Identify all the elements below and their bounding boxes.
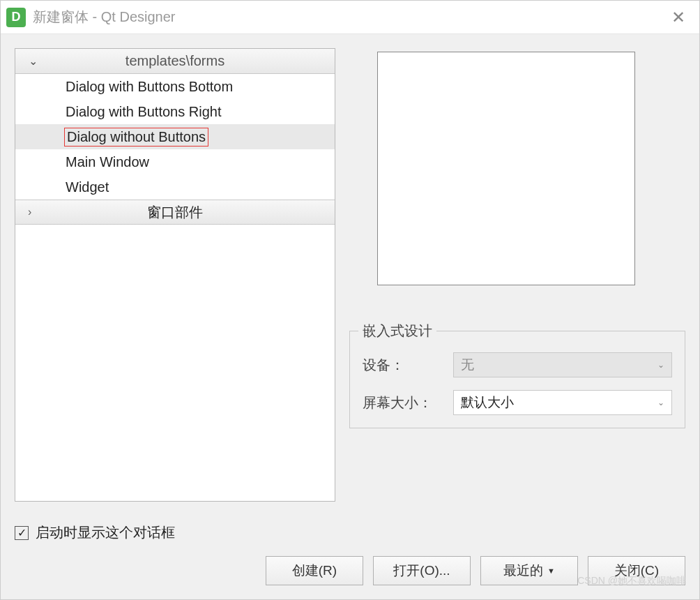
checkbox-icon: ✓ bbox=[15, 526, 29, 540]
dropdown-arrow-icon: ▼ bbox=[547, 567, 555, 575]
window-title: 新建窗体 - Qt Designer bbox=[33, 8, 663, 27]
form-preview bbox=[377, 52, 635, 285]
screen-size-label: 屏幕大小： bbox=[363, 393, 446, 412]
create-button[interactable]: 创建(R) bbox=[266, 556, 363, 585]
tree-item[interactable]: Dialog without Buttons bbox=[15, 124, 335, 149]
tree-header-templates[interactable]: ⌄ templates\forms bbox=[15, 49, 335, 74]
device-label: 设备： bbox=[363, 356, 446, 375]
right-panel: 嵌入式设计 设备： 无 ⌄ 屏幕大小： 默认大小 ⌄ bbox=[349, 48, 685, 509]
tree-item[interactable]: Dialog with Buttons Bottom bbox=[15, 74, 335, 99]
show-on-startup-checkbox[interactable]: ✓ 启动时显示这个对话框 bbox=[15, 523, 685, 542]
open-button[interactable]: 打开(O)... bbox=[373, 556, 471, 585]
tree-item[interactable]: Widget bbox=[15, 174, 335, 200]
close-button[interactable]: 关闭(C) bbox=[588, 556, 685, 585]
titlebar: D 新建窗体 - Qt Designer ✕ bbox=[1, 1, 699, 34]
bottom-bar: ✓ 启动时显示这个对话框 创建(R) 打开(O)... 最近的 ▼ 关闭(C) bbox=[1, 523, 699, 599]
tree-item-label: Dialog with Buttons Right bbox=[66, 104, 221, 120]
tree-item[interactable]: Dialog with Buttons Right bbox=[15, 99, 335, 124]
tree-item-label: Dialog with Buttons Bottom bbox=[66, 79, 233, 95]
button-row: 创建(R) 打开(O)... 最近的 ▼ 关闭(C) bbox=[15, 556, 685, 585]
new-form-dialog: D 新建窗体 - Qt Designer ✕ ⌄ templates\forms… bbox=[0, 0, 700, 600]
embedded-design-group: 嵌入式设计 设备： 无 ⌄ 屏幕大小： 默认大小 ⌄ bbox=[349, 331, 685, 428]
tree-header-label: 窗口部件 bbox=[147, 203, 203, 222]
tree-item-label: Dialog without Buttons bbox=[66, 129, 207, 145]
chevron-down-icon: ⌄ bbox=[657, 398, 664, 407]
chevron-down-icon: ⌄ bbox=[657, 360, 664, 370]
template-tree: ⌄ templates\forms Dialog with Buttons Bo… bbox=[15, 48, 335, 502]
tree-header-label: templates\forms bbox=[50, 53, 335, 69]
device-row: 设备： 无 ⌄ bbox=[363, 352, 672, 377]
device-value: 无 bbox=[461, 356, 474, 374]
tree-item[interactable]: Main Window bbox=[15, 149, 335, 174]
chevron-right-icon: › bbox=[28, 206, 31, 218]
chevron-down-icon: ⌄ bbox=[15, 54, 50, 68]
recent-button[interactable]: 最近的 ▼ bbox=[480, 556, 578, 585]
content-area: ⌄ templates\forms Dialog with Buttons Bo… bbox=[1, 34, 699, 523]
app-icon: D bbox=[6, 8, 26, 27]
checkbox-label: 启动时显示这个对话框 bbox=[36, 523, 175, 542]
tree-item-label: Main Window bbox=[66, 154, 149, 170]
group-title: 嵌入式设计 bbox=[358, 322, 436, 340]
recent-button-label: 最近的 bbox=[503, 562, 543, 580]
tree-header-widgets[interactable]: › 窗口部件 bbox=[15, 200, 335, 225]
screen-size-row: 屏幕大小： 默认大小 ⌄ bbox=[363, 390, 672, 415]
screen-size-combo[interactable]: 默认大小 ⌄ bbox=[453, 390, 672, 415]
close-icon[interactable]: ✕ bbox=[663, 5, 694, 30]
screen-size-value: 默认大小 bbox=[461, 393, 514, 412]
tree-item-label: Widget bbox=[66, 179, 109, 195]
device-combo[interactable]: 无 ⌄ bbox=[453, 352, 672, 377]
